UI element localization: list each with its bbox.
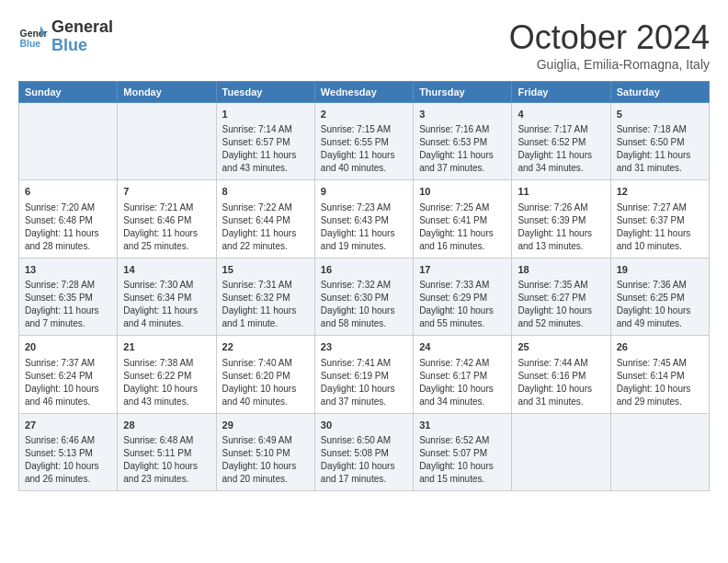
logo: General Blue General Blue — [18, 18, 113, 55]
calendar-cell: 8Sunrise: 7:22 AM Sunset: 6:44 PM Daylig… — [216, 180, 314, 258]
day-info: Sunrise: 7:27 AM Sunset: 6:37 PM Dayligh… — [617, 201, 703, 253]
day-info: Sunrise: 7:26 AM Sunset: 6:39 PM Dayligh… — [518, 201, 604, 253]
calendar-cell — [19, 103, 118, 180]
day-number: 8 — [222, 185, 309, 199]
day-number: 14 — [123, 263, 210, 277]
day-info: Sunrise: 7:18 AM Sunset: 6:50 PM Dayligh… — [617, 123, 703, 175]
weekday-header-thursday: Thursday — [414, 82, 512, 103]
calendar-cell: 9Sunrise: 7:23 AM Sunset: 6:43 PM Daylig… — [314, 180, 413, 258]
day-info: Sunrise: 7:41 AM Sunset: 6:19 PM Dayligh… — [321, 357, 407, 408]
day-number: 6 — [25, 185, 111, 199]
day-info: Sunrise: 6:50 AM Sunset: 5:08 PM Dayligh… — [321, 434, 407, 486]
calendar-cell: 24Sunrise: 7:42 AM Sunset: 6:17 PM Dayli… — [414, 336, 512, 413]
calendar-week-5: 27Sunrise: 6:46 AM Sunset: 5:13 PM Dayli… — [19, 413, 710, 490]
day-number: 31 — [419, 419, 506, 432]
day-info: Sunrise: 7:40 AM Sunset: 6:20 PM Dayligh… — [222, 357, 309, 408]
day-info: Sunrise: 7:44 AM Sunset: 6:16 PM Dayligh… — [518, 357, 604, 408]
day-number: 22 — [222, 340, 309, 354]
day-info: Sunrise: 7:16 AM Sunset: 6:53 PM Dayligh… — [419, 123, 506, 175]
day-number: 15 — [222, 263, 309, 277]
logo-text: General Blue — [51, 18, 113, 55]
weekday-header-wednesday: Wednesday — [314, 82, 413, 103]
day-number: 21 — [123, 340, 210, 354]
day-info: Sunrise: 7:14 AM Sunset: 6:57 PM Dayligh… — [222, 123, 309, 175]
day-info: Sunrise: 7:23 AM Sunset: 6:43 PM Dayligh… — [321, 201, 407, 253]
day-number: 3 — [419, 108, 506, 121]
calendar-cell: 6Sunrise: 7:20 AM Sunset: 6:48 PM Daylig… — [19, 180, 118, 258]
day-number: 9 — [321, 185, 407, 199]
logo-line1: General — [51, 18, 113, 37]
calendar-cell: 1Sunrise: 7:14 AM Sunset: 6:57 PM Daylig… — [216, 103, 314, 180]
day-info: Sunrise: 7:25 AM Sunset: 6:41 PM Dayligh… — [419, 201, 506, 253]
calendar-cell: 28Sunrise: 6:48 AM Sunset: 5:11 PM Dayli… — [118, 413, 216, 490]
page-header: General Blue General Blue October 2024 G… — [18, 18, 710, 72]
calendar-cell: 14Sunrise: 7:30 AM Sunset: 6:34 PM Dayli… — [118, 258, 216, 335]
day-number: 2 — [321, 108, 407, 121]
day-number: 10 — [419, 185, 506, 199]
day-info: Sunrise: 7:32 AM Sunset: 6:30 PM Dayligh… — [321, 279, 407, 330]
calendar-cell: 23Sunrise: 7:41 AM Sunset: 6:19 PM Dayli… — [314, 336, 413, 413]
weekday-header-saturday: Saturday — [610, 82, 709, 103]
calendar-cell: 31Sunrise: 6:52 AM Sunset: 5:07 PM Dayli… — [414, 413, 512, 490]
calendar-week-2: 6Sunrise: 7:20 AM Sunset: 6:48 PM Daylig… — [19, 180, 710, 258]
day-info: Sunrise: 7:20 AM Sunset: 6:48 PM Dayligh… — [25, 201, 111, 253]
day-info: Sunrise: 6:48 AM Sunset: 5:11 PM Dayligh… — [123, 434, 210, 486]
calendar-cell: 3Sunrise: 7:16 AM Sunset: 6:53 PM Daylig… — [414, 103, 512, 180]
calendar-cell: 4Sunrise: 7:17 AM Sunset: 6:52 PM Daylig… — [512, 103, 610, 180]
day-number: 26 — [617, 340, 703, 354]
day-info: Sunrise: 7:36 AM Sunset: 6:25 PM Dayligh… — [617, 279, 703, 330]
weekday-header-sunday: Sunday — [19, 82, 118, 103]
calendar-week-4: 20Sunrise: 7:37 AM Sunset: 6:24 PM Dayli… — [19, 336, 710, 413]
day-number: 18 — [518, 263, 604, 277]
calendar-cell: 5Sunrise: 7:18 AM Sunset: 6:50 PM Daylig… — [610, 103, 709, 180]
location: Guiglia, Emilia-Romagna, Italy — [509, 57, 710, 72]
calendar-cell: 13Sunrise: 7:28 AM Sunset: 6:35 PM Dayli… — [19, 258, 118, 335]
calendar-cell: 25Sunrise: 7:44 AM Sunset: 6:16 PM Dayli… — [512, 336, 610, 413]
calendar-cell: 30Sunrise: 6:50 AM Sunset: 5:08 PM Dayli… — [314, 413, 413, 490]
day-info: Sunrise: 7:38 AM Sunset: 6:22 PM Dayligh… — [123, 357, 210, 408]
day-info: Sunrise: 7:31 AM Sunset: 6:32 PM Dayligh… — [222, 279, 309, 330]
day-info: Sunrise: 6:46 AM Sunset: 5:13 PM Dayligh… — [25, 434, 111, 486]
day-number: 27 — [25, 419, 111, 432]
weekday-header-row: SundayMondayTuesdayWednesdayThursdayFrid… — [19, 82, 710, 103]
day-info: Sunrise: 6:49 AM Sunset: 5:10 PM Dayligh… — [222, 434, 309, 486]
day-number: 5 — [617, 108, 703, 121]
day-number: 17 — [419, 263, 506, 277]
day-info: Sunrise: 7:17 AM Sunset: 6:52 PM Dayligh… — [518, 123, 604, 175]
day-number: 16 — [321, 263, 407, 277]
calendar-week-1: 1Sunrise: 7:14 AM Sunset: 6:57 PM Daylig… — [19, 103, 710, 180]
day-info: Sunrise: 7:33 AM Sunset: 6:29 PM Dayligh… — [419, 279, 506, 330]
day-info: Sunrise: 7:42 AM Sunset: 6:17 PM Dayligh… — [419, 357, 506, 408]
calendar-cell — [118, 103, 216, 180]
day-info: Sunrise: 7:35 AM Sunset: 6:27 PM Dayligh… — [518, 279, 604, 330]
calendar-cell: 7Sunrise: 7:21 AM Sunset: 6:46 PM Daylig… — [118, 180, 216, 258]
day-number: 4 — [518, 108, 604, 121]
day-number: 20 — [25, 340, 111, 354]
day-number: 1 — [222, 108, 309, 121]
day-info: Sunrise: 7:28 AM Sunset: 6:35 PM Dayligh… — [25, 279, 111, 330]
day-info: Sunrise: 7:37 AM Sunset: 6:24 PM Dayligh… — [25, 357, 111, 408]
day-number: 23 — [321, 340, 407, 354]
calendar-week-3: 13Sunrise: 7:28 AM Sunset: 6:35 PM Dayli… — [19, 258, 710, 335]
calendar-cell: 17Sunrise: 7:33 AM Sunset: 6:29 PM Dayli… — [414, 258, 512, 335]
calendar-cell: 20Sunrise: 7:37 AM Sunset: 6:24 PM Dayli… — [19, 336, 118, 413]
day-number: 30 — [321, 419, 407, 432]
calendar-cell: 2Sunrise: 7:15 AM Sunset: 6:55 PM Daylig… — [314, 103, 413, 180]
day-number: 25 — [518, 340, 604, 354]
day-info: Sunrise: 6:52 AM Sunset: 5:07 PM Dayligh… — [419, 434, 506, 486]
weekday-header-friday: Friday — [512, 82, 610, 103]
calendar-cell: 19Sunrise: 7:36 AM Sunset: 6:25 PM Dayli… — [610, 258, 709, 335]
calendar-cell: 10Sunrise: 7:25 AM Sunset: 6:41 PM Dayli… — [414, 180, 512, 258]
calendar-cell: 11Sunrise: 7:26 AM Sunset: 6:39 PM Dayli… — [512, 180, 610, 258]
day-info: Sunrise: 7:21 AM Sunset: 6:46 PM Dayligh… — [123, 201, 210, 253]
calendar-cell: 26Sunrise: 7:45 AM Sunset: 6:14 PM Dayli… — [610, 336, 709, 413]
calendar-cell: 18Sunrise: 7:35 AM Sunset: 6:27 PM Dayli… — [512, 258, 610, 335]
day-number: 29 — [222, 419, 309, 432]
calendar-table: SundayMondayTuesdayWednesdayThursdayFrid… — [18, 81, 710, 491]
calendar-cell: 21Sunrise: 7:38 AM Sunset: 6:22 PM Dayli… — [118, 336, 216, 413]
calendar-cell: 15Sunrise: 7:31 AM Sunset: 6:32 PM Dayli… — [216, 258, 314, 335]
logo-icon: General Blue — [18, 22, 48, 52]
day-number: 11 — [518, 185, 604, 199]
day-info: Sunrise: 7:30 AM Sunset: 6:34 PM Dayligh… — [123, 279, 210, 330]
day-number: 7 — [123, 185, 210, 199]
